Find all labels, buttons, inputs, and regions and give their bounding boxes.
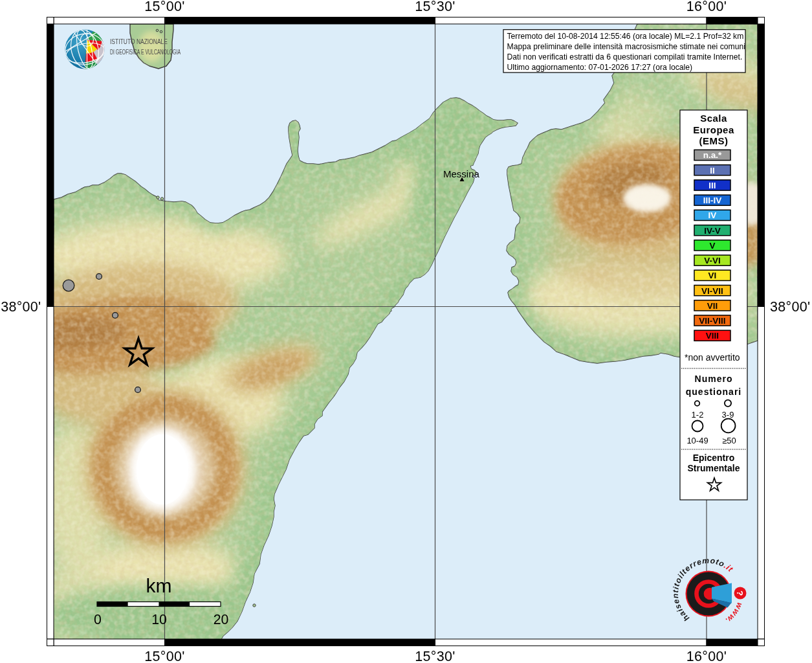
svg-text:*non avvertito: *non avvertito [685, 352, 740, 363]
svg-text:VI-VII: VI-VII [701, 286, 723, 296]
svg-text:10: 10 [151, 612, 167, 627]
svg-text:?: ? [735, 590, 745, 596]
svg-text:Dati non verificati estratti d: Dati non verificati estratti da 6 questi… [507, 52, 743, 62]
svg-text:n.a.*: n.a.* [703, 150, 722, 160]
svg-text:15°30': 15°30' [415, 0, 455, 14]
svg-text:15°00': 15°00' [144, 649, 184, 663]
svg-text:III: III [708, 181, 716, 190]
svg-text:15°00': 15°00' [144, 0, 184, 14]
svg-text:km: km [146, 575, 172, 596]
svg-text:VI: VI [708, 271, 717, 280]
svg-text:IV-V: IV-V [704, 226, 721, 236]
svg-text:(EMS): (EMS) [699, 135, 729, 146]
svg-text:DI GEOFISICA E VULCANOLOGIA: DI GEOFISICA E VULCANOLOGIA [110, 48, 181, 56]
svg-text:1-2: 1-2 [692, 410, 704, 420]
svg-text:10-49: 10-49 [686, 436, 708, 445]
svg-text:VIII: VIII [706, 331, 719, 341]
svg-text:3-9: 3-9 [722, 410, 734, 420]
svg-text:V: V [709, 241, 715, 251]
svg-text:Messina: Messina [443, 168, 480, 179]
svg-text:38°00': 38°00' [1, 299, 41, 315]
svg-text:0: 0 [94, 612, 102, 627]
svg-text:Epicentro: Epicentro [693, 453, 735, 463]
svg-text:20: 20 [214, 612, 229, 627]
svg-text:38°00': 38°00' [770, 299, 810, 315]
svg-text:Mappa preliminare delle intens: Mappa preliminare delle intensità macros… [507, 42, 746, 51]
svg-text:Strumentale: Strumentale [688, 463, 740, 473]
svg-text:Europea: Europea [693, 124, 734, 135]
svg-text:16°00': 16°00' [686, 649, 727, 663]
svg-text:Scala: Scala [700, 113, 727, 124]
svg-text:III-IV: III-IV [703, 196, 722, 205]
svg-text:≥50: ≥50 [722, 436, 736, 445]
svg-text:16°00': 16°00' [686, 0, 727, 14]
svg-text:15°30': 15°30' [415, 649, 455, 663]
svg-text:Numero: Numero [695, 374, 733, 384]
svg-text:V-VI: V-VI [704, 256, 721, 265]
svg-text:Terremoto del 10-08-2014 12:55: Terremoto del 10-08-2014 12:55:46 (ora l… [507, 32, 744, 41]
svg-text:questionari: questionari [686, 387, 741, 397]
svg-text:ISTITUTO NAZIONALE: ISTITUTO NAZIONALE [110, 38, 168, 45]
svg-text:VII-VIII: VII-VIII [699, 316, 725, 326]
svg-text:IV: IV [708, 210, 717, 220]
svg-text:II: II [710, 166, 715, 175]
svg-text:VII: VII [707, 301, 718, 311]
svg-text:Ultimo aggiornamento: 07-01-20: Ultimo aggiornamento: 07-01-2026 17:27 (… [507, 63, 693, 72]
